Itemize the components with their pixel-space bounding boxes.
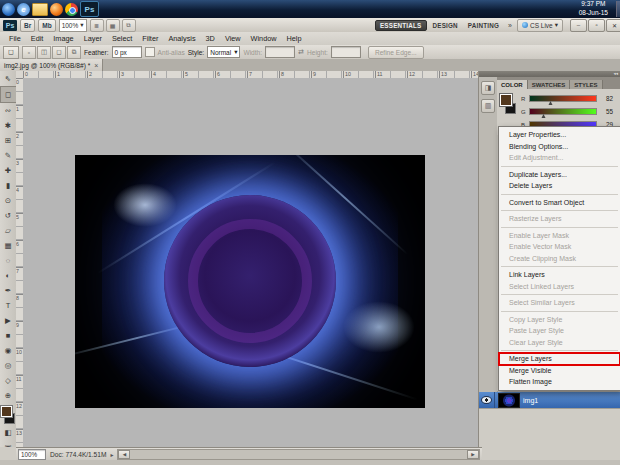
move-tool[interactable]: ⇖ — [1, 71, 16, 86]
taskbar-icon-chrome[interactable] — [65, 3, 78, 16]
status-zoom-input[interactable]: 100% — [18, 449, 46, 460]
menu-layer[interactable]: Layer — [79, 32, 107, 45]
scroll-left-icon[interactable]: ◀ — [118, 450, 130, 459]
horizontal-scrollbar[interactable]: ◀ ▶ — [117, 449, 480, 460]
workspace-design[interactable]: DESIGN — [429, 21, 462, 30]
menu-analysis[interactable]: Analysis — [163, 32, 200, 45]
3d-object-rotate-tool[interactable]: ◉ — [1, 343, 16, 358]
shape-tool[interactable]: ■ — [1, 328, 16, 343]
canvas-area[interactable] — [23, 78, 478, 447]
refine-edge-button[interactable]: Refine Edge... — [368, 46, 424, 59]
anti-alias-checkbox[interactable] — [145, 47, 155, 57]
new-selection-icon[interactable]: ▫ — [22, 46, 36, 59]
status-flyout-icon[interactable]: ▸ — [110, 451, 113, 458]
menu-item-flatten-image[interactable]: Flatten Image — [499, 376, 620, 388]
arrange-documents-icon[interactable]: ▦ — [106, 19, 120, 32]
pen-tool[interactable]: ✒ — [1, 283, 16, 298]
lasso-tool[interactable]: ∾ — [1, 103, 16, 118]
menu-item-duplicate-layers[interactable]: Duplicate Layers... — [499, 169, 620, 181]
taskbar-clock[interactable]: 9:37 PM 08-Jun-15 — [579, 0, 614, 18]
healing-brush-tool[interactable]: ✚ — [1, 163, 16, 178]
menu-item-merge-layers[interactable]: Merge Layers — [499, 353, 620, 365]
menu-view[interactable]: View — [220, 32, 246, 45]
menu-item-blending-options[interactable]: Blending Options... — [499, 141, 620, 153]
quick-mask-mode-icon[interactable]: ◧ — [1, 425, 16, 440]
path-selection-tool[interactable]: ▶ — [1, 313, 16, 328]
rectangular-marquee-tool[interactable]: ◻ — [0, 86, 17, 103]
scroll-right-icon[interactable]: ▶ — [467, 450, 479, 459]
taskbar-icon-internet-explorer[interactable]: e — [17, 3, 30, 16]
height-input[interactable] — [331, 46, 361, 58]
active-tool-icon[interactable]: ◻ — [3, 46, 19, 59]
eyedropper-tool[interactable]: ✎ — [1, 148, 16, 163]
dodge-tool[interactable]: ◐ — [1, 268, 16, 283]
menu-image[interactable]: Image — [48, 32, 78, 45]
zoom-level-dropdown[interactable]: 100% ▾ — [59, 19, 87, 32]
taskbar-icon-start[interactable] — [2, 3, 15, 16]
layer-visibility-toggle[interactable] — [479, 392, 495, 408]
layer-thumbnail[interactable] — [498, 393, 520, 408]
masks-panel-icon[interactable]: ▥ — [481, 99, 495, 113]
brush-tool[interactable]: ▮ — [1, 178, 16, 193]
menu-window[interactable]: Window — [246, 32, 282, 45]
minimize-button[interactable]: – — [570, 19, 587, 32]
workspace-essentials[interactable]: ESSENTIALS — [375, 20, 427, 31]
menu-file[interactable]: File — [4, 32, 26, 45]
slider-marker-icon[interactable] — [542, 114, 546, 118]
restore-button[interactable]: ▫ — [588, 19, 605, 32]
launch-mini-bridge-button[interactable]: Mb — [38, 19, 55, 32]
crop-tool[interactable]: ⊞ — [1, 133, 16, 148]
show-desktop-button[interactable] — [616, 1, 620, 17]
blur-tool[interactable]: ◌ — [1, 253, 16, 268]
style-dropdown[interactable]: Normal ▾ — [207, 46, 240, 58]
3d-camera-rotate-tool[interactable]: ◎ — [1, 358, 16, 373]
menu-3d[interactable]: 3D — [201, 32, 220, 45]
menu-edit[interactable]: Edit — [26, 32, 49, 45]
type-tool[interactable]: T — [1, 298, 16, 313]
add-to-selection-icon[interactable]: ◫ — [37, 46, 51, 59]
eraser-tool[interactable]: ▱ — [1, 223, 16, 238]
menu-filter[interactable]: Filter — [137, 32, 163, 45]
slider-marker-icon[interactable] — [549, 101, 553, 105]
tab-close-icon[interactable]: × — [94, 62, 98, 69]
hand-tool[interactable]: ◇ — [1, 373, 16, 388]
workspace-overflow-button[interactable]: » — [506, 22, 514, 29]
photoshop-logo[interactable]: Ps — [3, 20, 17, 31]
workspace-painting[interactable]: PAINTING — [464, 21, 503, 30]
screen-mode-icon[interactable]: ⧉ — [122, 19, 136, 32]
quick-selection-tool[interactable]: ✱ — [1, 118, 16, 133]
foreground-color-swatch[interactable] — [1, 406, 12, 417]
channel-slider-G[interactable] — [529, 108, 597, 115]
taskbar-icon-firefox[interactable] — [50, 3, 63, 16]
zoom-tool[interactable]: ⊕ — [1, 388, 16, 403]
launch-bridge-button[interactable]: Br — [20, 19, 35, 32]
panel-tab-swatches[interactable]: SWATCHES — [528, 80, 571, 89]
panel-tab-styles[interactable]: STYLES — [570, 80, 602, 89]
gradient-tool[interactable]: ▦ — [1, 238, 16, 253]
feather-input[interactable]: 0 px — [112, 46, 142, 58]
menu-item-link-layers[interactable]: Link Layers — [499, 269, 620, 281]
history-brush-tool[interactable]: ↺ — [1, 208, 16, 223]
width-input[interactable] — [265, 46, 295, 58]
clone-stamp-tool[interactable]: ⊙ — [1, 193, 16, 208]
menu-help[interactable]: Help — [282, 32, 307, 45]
taskbar-icon-folder[interactable] — [32, 3, 48, 16]
menu-item-convert-to-smart-object[interactable]: Convert to Smart Object — [499, 197, 620, 209]
cs-live-button[interactable]: CS Live ▾ — [517, 19, 563, 32]
menu-item-delete-layers[interactable]: Delete Layers — [499, 180, 620, 192]
intersect-selection-icon[interactable]: ⧉ — [67, 46, 81, 59]
menu-item-merge-visible[interactable]: Merge Visible — [499, 365, 620, 377]
subtract-from-selection-icon[interactable]: ◻ — [52, 46, 66, 59]
layer-row-selected[interactable]: img1 — [479, 392, 620, 408]
menu-item-layer-properties[interactable]: Layer Properties... — [499, 129, 620, 141]
panel-tab-color[interactable]: COLOR — [497, 80, 528, 89]
document-tab[interactable]: img2.jpg @ 100% (RGB/8#) * × — [0, 59, 103, 71]
close-button[interactable]: ✕ — [606, 19, 620, 32]
menu-select[interactable]: Select — [107, 32, 137, 45]
adjustments-panel-icon[interactable]: ◨ — [481, 81, 495, 95]
taskbar-icon-photoshop[interactable]: Ps — [80, 1, 99, 17]
view-extras-icon[interactable]: ≣ — [90, 19, 104, 32]
swap-width-height-icon[interactable]: ⇄ — [298, 48, 304, 56]
foreground-color-swatch[interactable] — [500, 94, 512, 106]
document-image[interactable] — [75, 155, 425, 408]
